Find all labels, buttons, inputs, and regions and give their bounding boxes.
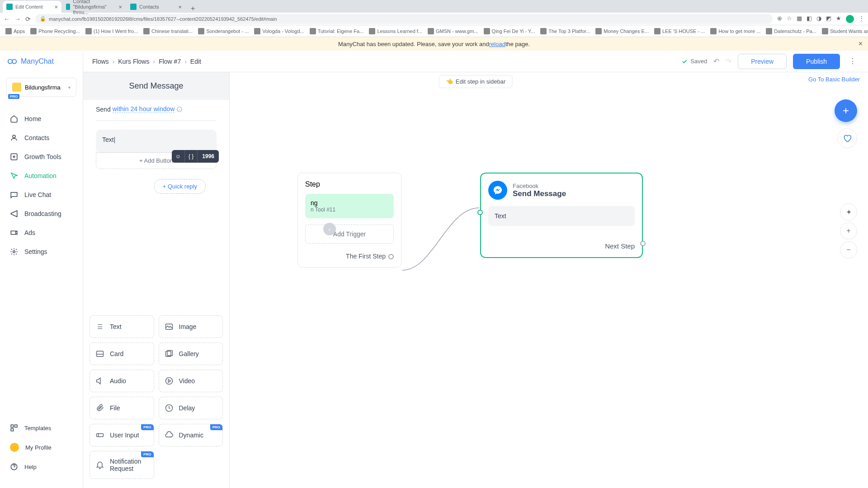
block-audio[interactable]: Audio bbox=[90, 370, 154, 392]
close-icon[interactable]: × bbox=[178, 4, 182, 10]
crumb[interactable]: Kurs Flows bbox=[118, 58, 149, 65]
output-port[interactable] bbox=[388, 254, 394, 259]
more-menu-icon[interactable]: ⋮ bbox=[846, 57, 859, 66]
crumb[interactable]: Flow #7 bbox=[159, 58, 181, 65]
heart-icon bbox=[843, 134, 852, 143]
nav-automation[interactable]: Automation bbox=[0, 166, 83, 185]
browser-tab[interactable]: Contact "Bildungsfirma" throu... × bbox=[62, 1, 126, 13]
bookmark-item[interactable]: GMSN - www.gm... bbox=[426, 28, 480, 34]
bookmark-item[interactable]: (1) How I Went fro... bbox=[84, 28, 140, 34]
bookmark-item[interactable]: The Top 3 Platfor... bbox=[538, 28, 592, 34]
bookmark-item[interactable]: Money Changes E... bbox=[594, 28, 651, 34]
block-card[interactable]: Card bbox=[90, 343, 154, 365]
contacts-icon bbox=[10, 134, 18, 142]
bookmark-item[interactable]: Sonderangebot - ... bbox=[196, 28, 250, 34]
nav-templates[interactable]: Templates bbox=[0, 418, 83, 437]
node-send-message[interactable]: Facebook Send Message Text Next Step bbox=[480, 173, 643, 258]
info-icon[interactable] bbox=[176, 106, 183, 113]
avatar-icon[interactable] bbox=[846, 15, 854, 23]
nav-profile[interactable]: My Profile bbox=[0, 437, 83, 457]
trigger-box[interactable]: ng n Tool #11 bbox=[305, 194, 394, 218]
preview-button[interactable]: Preview bbox=[738, 54, 787, 69]
flow-canvas[interactable]: Step ng n Tool #11 Add Trigger The First… bbox=[230, 72, 868, 488]
text-toolbar: ☺ { } 1996 bbox=[172, 150, 219, 163]
block-user-input[interactable]: PROUser Input bbox=[90, 424, 154, 446]
char-count: 1996 bbox=[198, 153, 219, 160]
nav-livechat[interactable]: Live Chat bbox=[0, 185, 83, 204]
bookmark-item[interactable]: LEE 'S HOUSE - ... bbox=[652, 28, 707, 34]
account-selector[interactable]: Bildungsfirma ▾ PRO bbox=[6, 78, 76, 97]
publish-button[interactable]: Publish bbox=[793, 54, 840, 69]
browser-tab[interactable]: Contacts × bbox=[127, 1, 185, 13]
block-delay[interactable]: Delay bbox=[159, 397, 223, 419]
bookmark-item[interactable]: Qing Fei De Yi - Y... bbox=[482, 28, 537, 34]
nav-growth-tools[interactable]: Growth Tools bbox=[0, 147, 83, 166]
zoom-out-button[interactable]: − bbox=[840, 241, 857, 258]
nav-contacts[interactable]: Contacts bbox=[0, 128, 83, 147]
star-icon[interactable]: ☆ bbox=[787, 15, 792, 23]
variable-icon[interactable]: { } bbox=[185, 150, 198, 163]
add-button-row[interactable]: + Add Button ☺ { } 1996 bbox=[96, 152, 217, 169]
bookmark-item[interactable]: Lessons Learned f... bbox=[367, 28, 424, 34]
extension-icon[interactable]: ▦ bbox=[797, 15, 802, 23]
check-icon bbox=[681, 58, 688, 65]
nav-settings[interactable]: Settings bbox=[0, 242, 83, 261]
bookmark-item[interactable]: Vologda - Vologd... bbox=[252, 28, 306, 34]
node-starting-step[interactable]: Step ng n Tool #11 Add Trigger The First… bbox=[297, 173, 401, 267]
block-dynamic[interactable]: PRODynamic bbox=[159, 424, 223, 446]
nav-help[interactable]: Help bbox=[0, 457, 83, 476]
bookmark-item[interactable]: Chinese translati... bbox=[142, 28, 194, 34]
close-icon[interactable]: × bbox=[54, 4, 58, 10]
input-port[interactable] bbox=[477, 210, 483, 215]
url-input[interactable]: 🔒 manychat.com/fb198150208192026l8/cms/f… bbox=[35, 14, 773, 24]
extension-icon[interactable]: ◧ bbox=[807, 15, 812, 23]
extension-icon[interactable]: ◩ bbox=[826, 15, 831, 23]
nav-ads[interactable]: Ads bbox=[0, 223, 83, 242]
menu-icon[interactable]: ⋮ bbox=[859, 15, 864, 23]
quick-reply-button[interactable]: + Quick reply bbox=[154, 179, 206, 194]
add-step-fab[interactable]: + bbox=[835, 99, 857, 122]
bookmark-item[interactable]: Phone Recycling... bbox=[28, 28, 82, 34]
text-content[interactable]: Text bbox=[102, 136, 210, 147]
forward-icon[interactable]: → bbox=[14, 15, 21, 23]
auto-layout-button[interactable]: ✦ bbox=[840, 203, 857, 221]
logo[interactable]: ManyChat bbox=[0, 51, 83, 72]
block-file[interactable]: File bbox=[90, 397, 154, 419]
zoom-in-button[interactable]: + bbox=[840, 222, 857, 239]
url-text: manychat.com/fb198150208192026l8/cms/fil… bbox=[49, 16, 277, 22]
reload-icon[interactable]: ⟳ bbox=[25, 15, 31, 23]
edit-sidebar-pill[interactable]: 👈Edit step in sidebar bbox=[439, 75, 513, 88]
add-trigger-button[interactable]: Add Trigger bbox=[305, 225, 394, 244]
bookmark-item[interactable]: How to get more ... bbox=[708, 28, 762, 34]
close-icon[interactable]: × bbox=[118, 4, 122, 10]
send-window-link[interactable]: within 24 hour window bbox=[113, 105, 175, 113]
collapse-handle-icon[interactable]: ‹ bbox=[323, 223, 336, 235]
extension-icon[interactable]: ◑ bbox=[816, 15, 821, 23]
bookmark-item[interactable]: Student Wants an... bbox=[820, 28, 868, 34]
reload-link[interactable]: reload bbox=[489, 41, 505, 47]
bookmark-item[interactable]: Apps bbox=[4, 28, 27, 34]
output-port[interactable] bbox=[640, 241, 646, 246]
bookmark-item[interactable]: Datenschutz - Pa... bbox=[764, 28, 818, 34]
tab-title: Contacts bbox=[139, 4, 159, 9]
add-tab-button[interactable]: + bbox=[186, 5, 199, 13]
favorite-fab[interactable] bbox=[837, 128, 857, 148]
crumb-current: Edit bbox=[190, 58, 201, 65]
block-notification[interactable]: PRONotificationRequest bbox=[90, 451, 154, 479]
extension-icon[interactable]: ★ bbox=[836, 15, 841, 23]
extension-icon[interactable]: ⊕ bbox=[777, 15, 782, 23]
block-gallery[interactable]: Gallery bbox=[159, 343, 223, 365]
nav-home[interactable]: Home bbox=[0, 109, 83, 128]
bookmark-item[interactable]: Tutorial: Eigene Fa... bbox=[308, 28, 366, 34]
undo-button[interactable]: ↶ bbox=[713, 57, 719, 66]
close-icon[interactable]: × bbox=[859, 40, 863, 48]
block-image[interactable]: Image bbox=[159, 315, 223, 338]
back-icon[interactable]: ← bbox=[4, 15, 10, 23]
crumb[interactable]: Flows bbox=[92, 58, 109, 65]
browser-tab-active[interactable]: Edit Content × bbox=[3, 1, 61, 13]
nav-broadcasting[interactable]: Broadcasting bbox=[0, 204, 83, 223]
goto-basic-builder-link[interactable]: Go To Basic Builder bbox=[808, 76, 860, 83]
emoji-icon[interactable]: ☺ bbox=[172, 150, 185, 163]
block-text[interactable]: ☰Text bbox=[90, 315, 154, 338]
block-video[interactable]: Video bbox=[159, 370, 223, 392]
